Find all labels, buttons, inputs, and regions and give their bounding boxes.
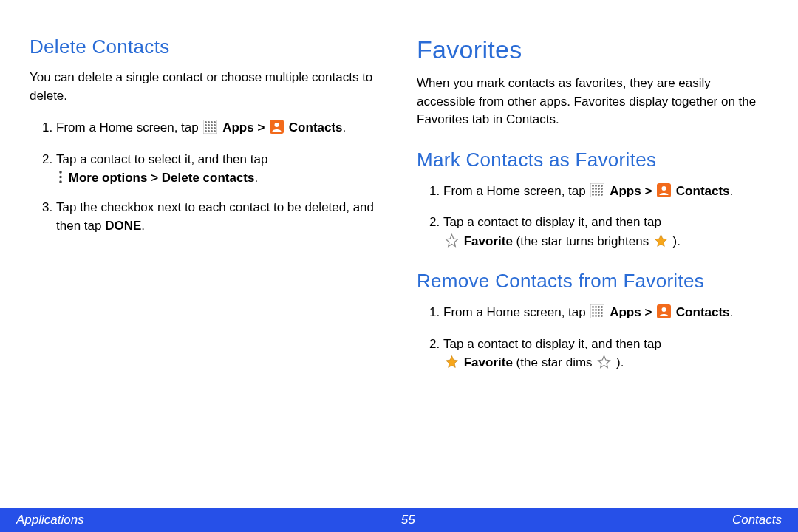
step-text: Tap the checkbox next to each contact to… xyxy=(56,200,374,233)
star-filled-icon xyxy=(445,355,459,369)
list-item: Tap a contact to select it, and then tap… xyxy=(56,150,381,188)
svg-point-32 xyxy=(596,191,598,193)
list-item: Tap a contact to display it, and then ta… xyxy=(443,335,768,372)
apps-grid-icon xyxy=(203,120,217,134)
favorites-heading: Favorites xyxy=(417,35,768,64)
remove-favorites-heading: Remove Contacts from Favorites xyxy=(417,270,768,293)
list-item: From a Home screen, tap Apps > Contacts. xyxy=(443,182,768,203)
svg-point-47 xyxy=(596,310,598,312)
svg-point-12 xyxy=(214,127,216,129)
more-options-label: More options > Delete contacts xyxy=(69,171,255,185)
svg-point-30 xyxy=(601,188,604,190)
star-outline-icon xyxy=(597,355,611,369)
delete-intro: You can delete a single contact or choos… xyxy=(30,69,381,105)
svg-point-56 xyxy=(598,316,601,318)
svg-point-18 xyxy=(275,123,279,127)
svg-point-31 xyxy=(593,191,595,193)
page-footer: Applications 55 Contacts xyxy=(0,508,798,532)
contacts-label: Contacts xyxy=(676,184,730,198)
svg-point-7 xyxy=(211,124,214,126)
svg-point-14 xyxy=(208,130,211,132)
svg-point-49 xyxy=(601,310,604,312)
list-item: From a Home screen, tap Apps > Contacts. xyxy=(443,303,768,324)
svg-point-48 xyxy=(598,310,601,312)
list-item: Tap a contact to display it, and then ta… xyxy=(443,213,768,250)
contacts-label: Contacts xyxy=(676,305,730,319)
svg-point-57 xyxy=(601,316,604,318)
favorite-label: Favorite xyxy=(464,234,513,248)
svg-point-6 xyxy=(208,124,211,126)
remove-steps: From a Home screen, tap Apps > Contacts.… xyxy=(417,303,768,372)
svg-point-8 xyxy=(214,124,216,126)
contacts-icon xyxy=(270,120,284,140)
svg-point-24 xyxy=(596,185,598,187)
svg-point-2 xyxy=(208,121,211,123)
svg-point-1 xyxy=(205,121,208,123)
svg-point-15 xyxy=(211,130,214,132)
contacts-icon xyxy=(657,304,671,324)
step-text: ). xyxy=(616,355,624,369)
svg-point-26 xyxy=(601,185,604,187)
apps-label: Apps > xyxy=(222,120,268,134)
contacts-icon xyxy=(657,183,671,203)
svg-point-23 xyxy=(593,185,595,187)
contacts-label: Contacts xyxy=(289,120,343,134)
list-item: From a Home screen, tap Apps > Contacts. xyxy=(56,118,381,140)
period: . xyxy=(343,120,347,134)
svg-point-27 xyxy=(593,188,595,190)
step-text: ). xyxy=(673,234,681,248)
step-text: From a Home screen, tap xyxy=(443,305,589,319)
svg-point-34 xyxy=(601,191,604,193)
svg-point-21 xyxy=(59,180,62,183)
footer-left: Applications xyxy=(16,513,84,528)
mark-steps: From a Home screen, tap Apps > Contacts.… xyxy=(417,182,768,251)
delete-contacts-heading: Delete Contacts xyxy=(30,35,381,58)
mark-favorites-heading: Mark Contacts as Favorites xyxy=(417,149,768,171)
done-label: DONE xyxy=(105,219,141,233)
svg-point-51 xyxy=(596,313,598,315)
svg-point-50 xyxy=(593,313,595,315)
apps-label: Apps > xyxy=(610,305,655,319)
svg-point-3 xyxy=(211,121,214,123)
svg-point-37 xyxy=(598,194,601,196)
apps-grid-icon xyxy=(590,304,604,318)
list-item: Tap the checkbox next to each contact to… xyxy=(56,198,381,236)
svg-point-36 xyxy=(596,194,598,196)
step-text: Tap a contact to display it, and then ta… xyxy=(443,337,661,351)
svg-point-9 xyxy=(205,127,208,129)
star-filled-icon xyxy=(654,233,668,248)
svg-point-44 xyxy=(598,307,601,309)
svg-point-42 xyxy=(593,307,595,309)
footer-page-number: 55 xyxy=(401,513,415,528)
svg-point-43 xyxy=(596,307,598,309)
svg-point-13 xyxy=(205,130,208,132)
svg-point-59 xyxy=(662,307,666,312)
period: . xyxy=(730,184,734,198)
svg-point-33 xyxy=(598,191,601,193)
delete-steps: From a Home screen, tap Apps > Contacts.… xyxy=(30,118,381,236)
period: . xyxy=(141,219,145,233)
svg-point-25 xyxy=(598,185,601,187)
step-text: Tap a contact to display it, and then ta… xyxy=(443,215,661,229)
svg-point-35 xyxy=(593,194,595,196)
period: . xyxy=(730,305,734,319)
svg-point-29 xyxy=(598,188,601,190)
svg-point-4 xyxy=(214,121,216,123)
star-outline-icon xyxy=(445,233,459,248)
svg-point-20 xyxy=(59,176,62,179)
step-text: Tap a contact to select it, and then tap xyxy=(56,152,267,166)
svg-point-28 xyxy=(596,188,598,190)
svg-point-38 xyxy=(601,194,604,196)
svg-point-54 xyxy=(593,316,595,318)
svg-point-45 xyxy=(601,307,604,309)
svg-point-53 xyxy=(601,313,604,315)
svg-point-10 xyxy=(208,127,211,129)
apps-label: Apps > xyxy=(610,184,655,198)
period: . xyxy=(254,171,258,185)
step-text: From a Home screen, tap xyxy=(56,120,202,134)
svg-point-55 xyxy=(596,316,598,318)
svg-point-16 xyxy=(214,130,216,132)
favorite-label: Favorite xyxy=(464,355,513,369)
apps-grid-icon xyxy=(590,183,604,197)
step-text: (the star turns brightens xyxy=(516,234,652,248)
